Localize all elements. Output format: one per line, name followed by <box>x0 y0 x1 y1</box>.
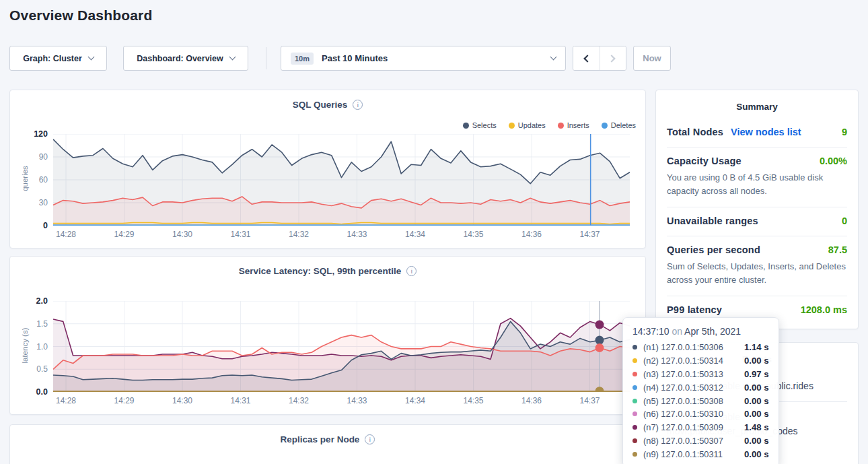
tooltip-date: Apr 5th, 2021 <box>684 326 741 337</box>
x-axis-tick: 14:34 <box>399 396 431 405</box>
summary-row-head: Queries per second87.5 <box>667 244 847 255</box>
x-axis-tick: 14:33 <box>341 396 373 405</box>
tooltip-node-label: (n8) 127.0.0.1:50307 <box>643 436 744 446</box>
time-range-badge: 10m <box>291 53 314 65</box>
legend-item-selects[interactable]: Selects <box>463 121 497 129</box>
node-color-dot-icon <box>632 452 637 457</box>
summary-row: Capacity Usage0.00%You are using 0 B of … <box>667 147 847 207</box>
node-color-dot-icon <box>632 372 637 376</box>
replicas-per-node-title: Replicas per Node <box>281 434 360 444</box>
legend-dot-icon <box>602 123 608 129</box>
service-latency-card: Service Latency: SQL, 99th percentile 0.… <box>9 256 646 415</box>
tooltip-node-row: (n7) 127.0.0.1:503091.48 s <box>632 421 769 434</box>
service-latency-plot-area[interactable] <box>53 301 630 392</box>
prev-range-button[interactable] <box>573 46 600 70</box>
graph-dropdown-label: Graph: Cluster <box>23 54 82 63</box>
x-axis-tick: 14:28 <box>50 396 82 405</box>
summary-row-label: Unavailable ranges <box>667 216 758 226</box>
info-icon[interactable] <box>353 100 363 110</box>
legend-dot-icon <box>509 123 515 129</box>
tooltip-node-value: 0.00 s <box>744 396 769 406</box>
node-color-dot-icon <box>632 399 637 403</box>
x-axis-tick: 14:32 <box>283 230 315 239</box>
info-icon[interactable] <box>365 434 375 444</box>
sql-queries-card: SQL Queries SelectsUpdatesInsertsDeletes… <box>9 90 646 248</box>
tooltip-node-value: 1.14 s <box>744 342 769 352</box>
node-color-dot-icon <box>632 425 637 430</box>
tooltip-node-row: (n8) 127.0.0.1:503070.00 s <box>632 434 769 448</box>
graph-dropdown[interactable]: Graph: Cluster <box>9 46 107 71</box>
chevron-down-icon <box>87 54 94 61</box>
summary-panel: Summary Total NodesView nodes list9Capac… <box>655 90 859 329</box>
node-color-dot-icon <box>632 345 637 350</box>
tooltip-node-label: (n4) 127.0.0.1:50312 <box>643 383 744 393</box>
tooltip-node-label: (n6) 127.0.0.1:50310 <box>643 409 744 419</box>
legend-dot-icon <box>558 123 564 129</box>
x-axis-tick: 14:35 <box>458 396 490 405</box>
summary-row: Unavailable ranges0 <box>667 207 847 236</box>
node-color-dot-icon <box>632 385 637 390</box>
tooltip-node-value: 0.00 s <box>744 356 769 366</box>
time-range-pager <box>573 46 626 71</box>
next-range-button[interactable] <box>600 46 626 70</box>
legend-label: Selects <box>472 121 497 129</box>
summary-row-value: 0.00% <box>820 156 847 166</box>
x-axis-tick: 14:28 <box>50 230 82 239</box>
summary-heading: Summary <box>667 90 847 119</box>
x-axis-tick: 14:30 <box>166 396 198 405</box>
tooltip-node-value: 0.97 s <box>744 369 769 379</box>
sql-queries-plot-area[interactable] <box>53 134 630 226</box>
x-axis-tick: 14:29 <box>108 396 141 405</box>
legend-item-updates[interactable]: Updates <box>509 121 546 129</box>
x-axis-tick: 14:32 <box>283 396 315 405</box>
summary-row-label: Capacity Usage <box>667 156 742 166</box>
x-axis-tick: 14:36 <box>515 396 548 405</box>
tooltip-node-row: (n2) 127.0.0.1:503140.00 s <box>632 354 769 368</box>
x-axis-tick: 14:29 <box>108 230 141 239</box>
legend-item-deletes[interactable]: Deletes <box>602 121 636 129</box>
chevron-right-icon <box>608 55 616 62</box>
chevron-down-icon <box>229 54 236 61</box>
dashboard-dropdown[interactable]: Dashboard: Overview <box>123 46 248 71</box>
summary-row-label: Queries per second <box>667 244 760 255</box>
y-axis-tick: 0.0 <box>18 387 48 397</box>
sql-queries-legend: SelectsUpdatesInsertsDeletes <box>463 121 636 129</box>
summary-row-value: 0 <box>842 216 847 226</box>
chart-hover-tooltip: 14:37:10 on Apr 5th, 2021 (n1) 127.0.0.1… <box>622 317 779 464</box>
node-color-dot-icon <box>632 411 637 416</box>
x-axis-tick: 14:33 <box>341 230 373 239</box>
tooltip-node-row: (n5) 127.0.0.1:503080.00 s <box>632 394 769 407</box>
legend-dot-icon <box>463 123 469 129</box>
sql-queries-title: SQL Queries <box>293 100 348 110</box>
now-button[interactable]: Now <box>633 46 671 71</box>
chevron-left-icon <box>583 55 591 62</box>
tooltip-node-value: 0.00 s <box>744 449 769 459</box>
time-range-select[interactable]: 10m Past 10 Minutes <box>281 46 566 71</box>
info-icon[interactable] <box>406 266 417 276</box>
time-range-label: Past 10 Minutes <box>322 53 543 63</box>
tooltip-node-row: (n9) 127.0.0.1:503110.00 s <box>632 447 769 461</box>
tooltip-connector: on <box>672 326 682 337</box>
tooltip-node-label: (n2) 127.0.0.1:50314 <box>643 356 744 366</box>
x-axis-tick: 14:31 <box>225 230 257 239</box>
node-color-dot-icon <box>632 438 637 443</box>
y-axis-label: queries <box>21 138 29 219</box>
legend-label: Deletes <box>611 121 636 129</box>
tooltip-node-label: (n9) 127.0.0.1:50311 <box>643 449 744 459</box>
tooltip-node-value: 1.48 s <box>744 422 769 432</box>
x-axis-tick: 14:37 <box>574 230 606 239</box>
summary-row-description: You are using 0 B of 4.5 GiB usable disk… <box>667 171 847 197</box>
tooltip-node-value: 0.00 s <box>744 383 769 393</box>
tooltip-node-row: (n6) 127.0.0.1:503100.00 s <box>632 407 769 421</box>
summary-row: Total NodesView nodes list9 <box>667 119 847 147</box>
x-axis-tick: 14:37 <box>574 396 606 405</box>
replicas-per-node-card: Replicas per Node <box>9 424 646 464</box>
legend-item-inserts[interactable]: Inserts <box>558 121 589 129</box>
x-axis-tick: 14:30 <box>166 230 198 239</box>
view-nodes-list-link[interactable]: View nodes list <box>731 127 801 137</box>
tooltip-node-row: (n1) 127.0.0.1:503061.14 s <box>632 341 769 354</box>
y-axis-tick: 120 <box>18 129 48 139</box>
tooltip-node-label: (n5) 127.0.0.1:50308 <box>643 396 744 406</box>
node-color-dot-icon <box>632 358 637 363</box>
overview-dashboard-page: Overview Dashboard Graph: Cluster Dashbo… <box>0 0 868 464</box>
